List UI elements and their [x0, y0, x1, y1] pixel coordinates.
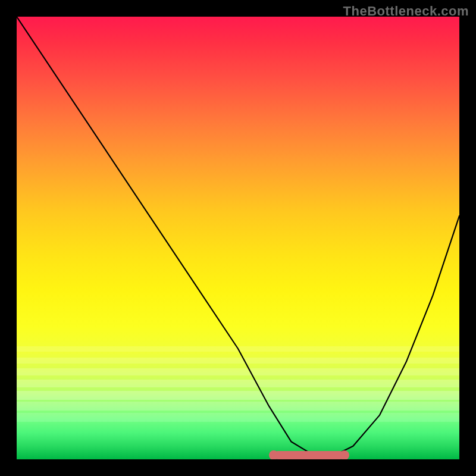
optimal-range-end-cap	[340, 450, 349, 459]
plot-area	[17, 17, 459, 459]
bottleneck-curve-path	[17, 17, 459, 455]
watermark-text: TheBottleneck.com	[343, 4, 469, 19]
optimal-range-start-cap	[269, 450, 278, 459]
curve-svg	[17, 17, 459, 459]
optimal-range-marker	[274, 451, 345, 459]
chart-frame: TheBottleneck.com	[0, 0, 476, 476]
